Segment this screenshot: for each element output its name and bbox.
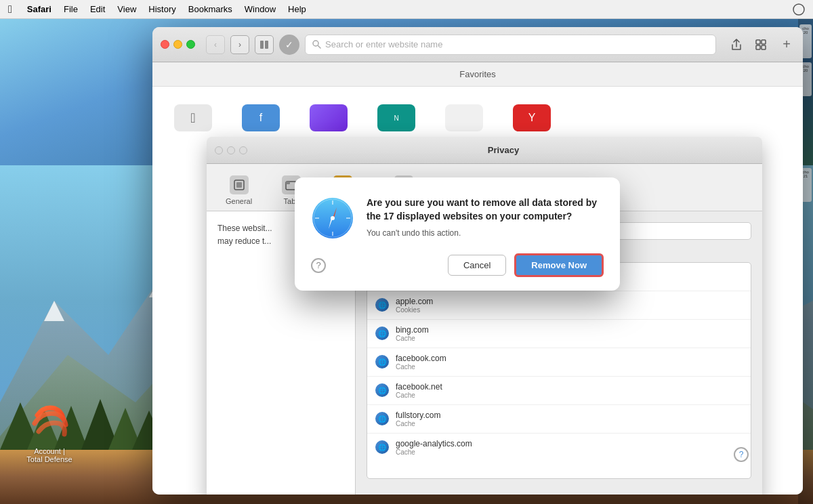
svg-rect-23: [762, 40, 766, 44]
safari-content: Favorites  f N: [152, 62, 803, 495]
menu-history[interactable]: History: [148, 4, 175, 14]
privacy-help-button[interactable]: ?: [734, 447, 749, 462]
tab-general-label: General: [226, 197, 252, 205]
alert-buttons: ? Cancel Remove Now: [311, 251, 604, 277]
fav-icon-4[interactable]: [437, 98, 491, 138]
svg-point-43: [331, 216, 335, 220]
alert-text-content: Are you sure you want to remove all data…: [367, 196, 604, 238]
apple-logo-icon[interactable]: : [8, 3, 12, 16]
alert-dialog: Are you sure you want to remove all data…: [295, 177, 620, 291]
menu-bookmarks[interactable]: Bookmarks: [188, 4, 232, 14]
website-type: Cookies: [396, 306, 743, 314]
website-info: facebook.net Cache: [396, 382, 743, 399]
privacy-titlebar: Privacy: [207, 137, 762, 164]
website-name: apple.com: [396, 297, 743, 306]
website-list: 🌐 ads-twit... Cache 🌐 apple.com Cookies …: [367, 262, 751, 479]
website-list-item[interactable]: 🌐 google-analytics.com Cache: [367, 434, 751, 461]
globe-icon: 🌐: [375, 355, 389, 369]
svg-point-20: [313, 41, 318, 46]
website-type: Cache: [396, 448, 743, 456]
website-info: bing.com Cache: [396, 325, 743, 342]
favorites-bar: Favorites: [152, 62, 803, 87]
privacy-maximize-btn[interactable]: [239, 146, 247, 154]
reading-view-button[interactable]: [255, 35, 274, 54]
favorites-title: Favorites: [459, 69, 495, 79]
close-button[interactable]: [161, 40, 169, 49]
privacy-traffic-lights: [215, 146, 247, 154]
menu-window[interactable]: Window: [245, 4, 276, 14]
safari-window: ‹ › ✓ Search or enter website name +: [152, 27, 803, 495]
fav-icon-1[interactable]: f: [234, 98, 288, 138]
globe-icon: 🌐: [375, 440, 389, 454]
fav-icon-3[interactable]: N: [369, 98, 423, 138]
cancel-button[interactable]: Cancel: [448, 255, 506, 276]
desktop: Account |Total Defense cho20 cho20 cho21…: [0, 19, 813, 504]
website-list-item[interactable]: 🌐 facebook.net Cache: [367, 377, 751, 405]
website-name: facebook.com: [396, 354, 743, 363]
remove-now-button[interactable]: Remove Now: [514, 253, 604, 277]
website-info: fullstory.com Cache: [396, 411, 743, 427]
website-type: Cache: [396, 363, 743, 371]
back-button[interactable]: ‹: [206, 35, 225, 54]
minimize-button[interactable]: [173, 40, 182, 49]
globe-icon: 🌐: [375, 383, 389, 397]
globe-icon: 🌐: [375, 327, 389, 340]
website-list-item[interactable]: 🌐 facebook.com Cache: [367, 348, 751, 377]
website-info: facebook.com Cache: [396, 354, 743, 371]
website-name: bing.com: [396, 325, 743, 335]
tab-general[interactable]: General: [217, 170, 260, 211]
menu-file[interactable]: File: [64, 4, 78, 14]
svg-rect-19: [265, 41, 268, 49]
website-list-item[interactable]: 🌐 apple.com Cookies: [367, 291, 751, 320]
safari-titlebar: ‹ › ✓ Search or enter website name +: [152, 27, 803, 62]
fav-icon-apple[interactable]: : [166, 98, 220, 138]
shield-check-icon: ✓: [279, 35, 299, 55]
help-icon: ?: [316, 260, 320, 270]
new-tab-grid-button[interactable]: [751, 35, 770, 54]
add-tab-button[interactable]: +: [778, 37, 795, 53]
atd-label: Account |Total Defense: [26, 447, 72, 463]
menu-view[interactable]: View: [117, 4, 136, 14]
menu-clock: [793, 3, 805, 16]
svg-rect-27: [236, 182, 242, 188]
menu-bar:  Safari File Edit View History Bookmark…: [0, 0, 813, 19]
website-name: google-analytics.com: [396, 439, 743, 448]
forward-button[interactable]: ›: [230, 35, 249, 54]
safari-compass-icon: [311, 196, 354, 240]
globe-icon: 🌐: [375, 412, 389, 425]
atd-icon[interactable]: Account |Total Defense: [26, 397, 73, 463]
website-list-item[interactable]: 🌐 bing.com Cache: [367, 320, 751, 348]
privacy-panel-title: Privacy: [253, 145, 754, 155]
maximize-button[interactable]: [186, 40, 195, 49]
website-type: Cache: [396, 335, 743, 342]
website-info: apple.com Cookies: [396, 297, 743, 314]
search-icon: [312, 40, 321, 49]
svg-rect-22: [756, 40, 760, 44]
address-bar-placeholder: Search or enter website name: [325, 39, 442, 49]
website-list-item[interactable]: 🌐 fullstory.com Cache: [367, 405, 751, 434]
alert-content: Are you sure you want to remove all data…: [311, 196, 604, 240]
alert-subtitle: You can't undo this action.: [367, 228, 604, 238]
safari-toolbar-right: [727, 35, 770, 54]
website-info: google-analytics.com Cache: [396, 439, 743, 456]
privacy-close-btn[interactable]: [215, 146, 223, 154]
share-button[interactable]: [727, 35, 746, 54]
safari-traffic-lights: [161, 40, 195, 49]
website-name: facebook.net: [396, 382, 743, 392]
svg-point-0: [793, 4, 804, 15]
atd-logo-icon: [26, 397, 73, 444]
alert-title: Are you sure you want to remove all data…: [367, 196, 604, 223]
menu-edit[interactable]: Edit: [90, 4, 105, 14]
website-type: Cache: [396, 420, 743, 427]
fav-icon-5[interactable]: Y: [505, 98, 559, 138]
address-bar[interactable]: Search or enter website name: [305, 35, 716, 55]
menu-help[interactable]: Help: [288, 4, 306, 14]
fav-icon-2[interactable]: [301, 98, 356, 138]
globe-icon: 🌐: [375, 298, 389, 312]
general-icon: [230, 175, 249, 194]
privacy-minimize-btn[interactable]: [227, 146, 235, 154]
svg-rect-25: [762, 45, 766, 49]
menu-safari[interactable]: Safari: [27, 4, 51, 14]
website-type: Cache: [396, 392, 743, 399]
alert-help-button[interactable]: ?: [311, 258, 326, 273]
